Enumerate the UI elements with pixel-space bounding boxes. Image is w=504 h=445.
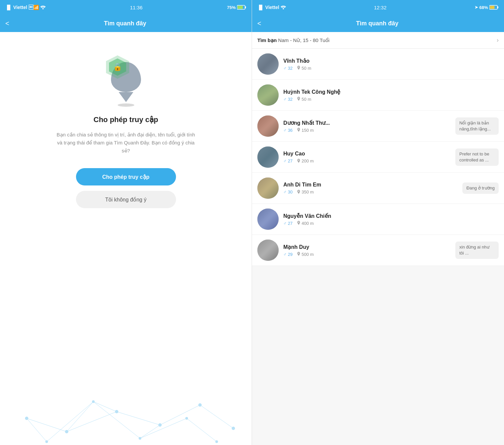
user-info-0: Vĩnh Thảo ♂ 32 50 m xyxy=(283,58,499,71)
user-name-5: Nguyễn Văn Chiến xyxy=(283,213,499,219)
user-info-4: Anh Di Tim Em ♂ 30 350 m xyxy=(283,182,458,194)
location-5: 400 m xyxy=(297,221,314,226)
left-panel: ▐▌ Viettel 📶 11:36 75% < Tìm quanh đây xyxy=(0,0,252,445)
left-back-button[interactable]: < xyxy=(5,20,9,27)
user-info-6: Mạnh Duy ♂ 29 500 m xyxy=(283,244,451,257)
svg-line-25 xyxy=(67,402,93,432)
pin-icon xyxy=(297,159,301,163)
user-info-2: Dương Nhất Thư... ♂ 36 150 m xyxy=(283,120,451,133)
signal-icon: ▐▌ xyxy=(5,5,12,10)
avatar-2 xyxy=(257,115,279,137)
avatar-1 xyxy=(257,84,279,106)
battery-label: 75% xyxy=(227,5,236,10)
user-meta-3: ♂ 27 200 m xyxy=(283,158,451,163)
avatar-0 xyxy=(257,53,279,75)
wifi-icon xyxy=(281,5,286,9)
svg-point-0 xyxy=(42,8,44,9)
svg-line-23 xyxy=(140,418,187,438)
status-bubble-4: Đang ở trường xyxy=(462,182,499,194)
wifi-svg-icon xyxy=(40,5,46,9)
location-4: 350 m xyxy=(297,189,314,194)
user-list: Vĩnh Thảo ♂ 32 50 m Huỳnh Tek Cô xyxy=(252,49,504,266)
right-back-button[interactable]: < xyxy=(257,20,261,27)
svg-point-5 xyxy=(65,430,68,433)
user-name-6: Mạnh Duy xyxy=(283,244,451,250)
svg-point-7 xyxy=(158,423,162,427)
user-item-1[interactable]: Huỳnh Tek Công Nghệ ♂ 32 50 m xyxy=(252,80,504,111)
gender-5: ♂ 27 xyxy=(283,221,293,226)
svg-line-21 xyxy=(47,402,93,442)
filter-row[interactable]: Tìm bạn Nam - Nữ, 15 - 80 Tuổi › xyxy=(252,32,504,49)
avatar-6 xyxy=(257,240,279,261)
user-meta-6: ♂ 29 500 m xyxy=(283,252,451,257)
user-name-3: Huy Cao xyxy=(283,151,451,157)
avatar-3 xyxy=(257,146,279,168)
svg-point-8 xyxy=(198,403,202,407)
user-item-6[interactable]: Mạnh Duy ♂ 29 500 m xin đừng ai như tôi … xyxy=(252,235,504,266)
filter-text: Tìm bạn Nam - Nữ, 15 - 80 Tuổi xyxy=(257,37,329,43)
status-bubble-6: xin đừng ai như tôi ... xyxy=(455,242,499,259)
battery-icon xyxy=(237,5,246,10)
svg-line-27 xyxy=(140,425,160,438)
user-item-4[interactable]: Anh Di Tim Em ♂ 30 350 m Đang ở trường xyxy=(252,173,504,204)
right-status-right: ➤ 68% xyxy=(475,5,499,10)
pin-icon xyxy=(297,66,301,70)
status-bubble-3: Prefer not to be controlled as ... xyxy=(455,148,499,166)
user-name-4: Anh Di Tim Em xyxy=(283,182,458,188)
avatar-5 xyxy=(257,208,279,230)
avatar-4 xyxy=(257,177,279,199)
left-status-right: 75% xyxy=(227,5,246,10)
signal-icon: ▐▌ xyxy=(257,5,264,10)
left-status-bar: ▐▌ Viettel 📶 11:36 75% xyxy=(0,0,252,15)
user-name-0: Vĩnh Thảo xyxy=(283,58,499,64)
svg-line-16 xyxy=(67,412,117,432)
user-item-3[interactable]: Huy Cao ♂ 27 200 m Prefer not to be cont… xyxy=(252,142,504,173)
svg-point-12 xyxy=(139,437,141,440)
user-item-0[interactable]: Vĩnh Thảo ♂ 32 50 m xyxy=(252,49,504,80)
location-arrow-icon: ➤ xyxy=(475,5,478,10)
user-meta-0: ♂ 32 50 m xyxy=(283,66,499,71)
svg-line-24 xyxy=(187,418,217,442)
right-header-title: Tìm quanh đây xyxy=(265,20,489,27)
svg-line-15 xyxy=(27,418,67,432)
left-header-title: Tìm quanh đây xyxy=(13,20,237,27)
location-3: 200 m xyxy=(297,158,314,163)
svg-line-19 xyxy=(200,405,233,428)
svg-line-18 xyxy=(160,405,200,425)
right-body[interactable]: Tìm bạn Nam - Nữ, 15 - 80 Tuổi › Vĩnh Th… xyxy=(252,32,504,445)
user-info-5: Nguyễn Văn Chiến ♂ 27 400 m xyxy=(283,213,499,226)
user-name-2: Dương Nhất Thư... xyxy=(283,120,451,126)
user-item-2[interactable]: Dương Nhất Thư... ♂ 36 150 m Nổi giận là… xyxy=(252,111,504,142)
user-meta-2: ♂ 36 150 m xyxy=(283,128,451,133)
user-info-1: Huỳnh Tek Công Nghệ ♂ 32 50 m xyxy=(283,89,499,102)
svg-point-4 xyxy=(25,417,28,420)
deny-button[interactable]: Tôi không đồng ý xyxy=(76,191,176,208)
user-item-5[interactable]: Nguyễn Văn Chiến ♂ 27 400 m xyxy=(252,204,504,235)
svg-point-11 xyxy=(92,400,95,403)
pin-icon xyxy=(297,221,301,226)
user-info-3: Huy Cao ♂ 27 200 m xyxy=(283,151,451,163)
right-app-header: < Tìm quanh đây xyxy=(252,15,504,32)
location-2: 150 m xyxy=(297,128,314,133)
svg-line-22 xyxy=(93,402,140,438)
lock-icon: 🔒 xyxy=(113,63,122,71)
allow-button[interactable]: Cho phép truy cập xyxy=(76,168,176,185)
status-bubble-2: Nổi giận là bản năng,tĩnh lặng... xyxy=(455,117,499,135)
location-illustration: 🔒 xyxy=(99,49,153,102)
pin-icon xyxy=(297,128,301,132)
pin-tail xyxy=(119,92,133,102)
gender-6: ♂ 29 xyxy=(283,252,293,257)
gender-4: ♂ 30 xyxy=(283,189,293,194)
left-app-header: < Tìm quanh đây xyxy=(0,15,252,32)
filter-chevron-icon[interactable]: › xyxy=(497,37,499,44)
left-status-left: ▐▌ Viettel 📶 xyxy=(5,5,46,10)
user-meta-5: ♂ 27 400 m xyxy=(283,221,499,226)
right-status-time: 12:32 xyxy=(374,5,387,10)
network-decoration xyxy=(0,358,252,445)
user-meta-4: ♂ 30 350 m xyxy=(283,189,458,194)
svg-point-10 xyxy=(45,440,48,443)
user-meta-1: ♂ 32 50 m xyxy=(283,97,499,102)
svg-point-28 xyxy=(283,8,284,9)
gender-1: ♂ 32 xyxy=(283,97,293,102)
svg-line-20 xyxy=(27,418,47,442)
